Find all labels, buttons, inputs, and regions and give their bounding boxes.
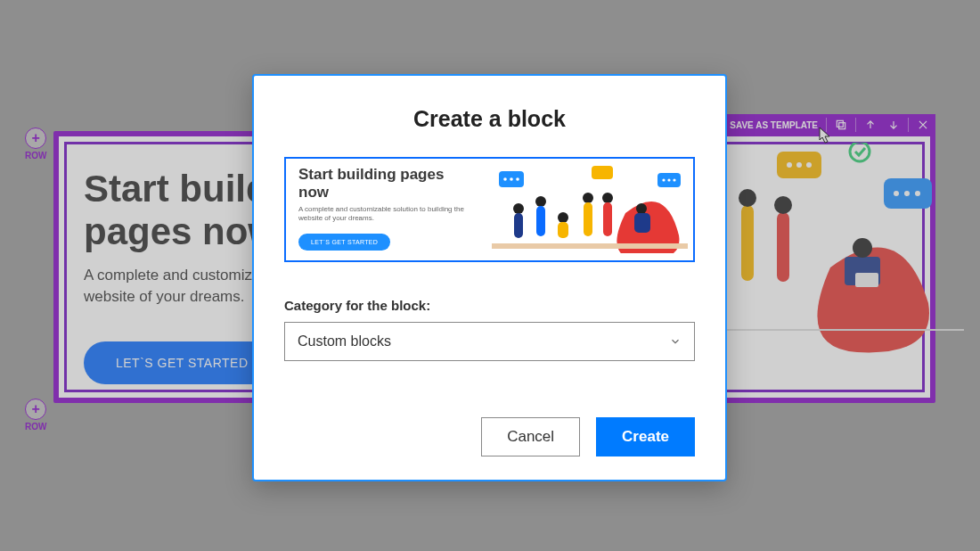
create-button[interactable]: Create	[596, 417, 695, 456]
category-value: Custom blocks	[298, 333, 391, 350]
svg-rect-20	[837, 120, 843, 127]
cancel-button[interactable]: Cancel	[481, 417, 580, 456]
create-block-modal: Create a block Start building pages now …	[252, 74, 727, 481]
modal-title: Create a block	[284, 106, 695, 132]
svg-point-32	[535, 196, 546, 207]
add-row-bottom[interactable]: + ROW	[25, 399, 46, 432]
toolbar-separator	[855, 118, 856, 132]
toolbar-separator	[826, 118, 827, 132]
svg-rect-39	[603, 202, 612, 236]
svg-point-34	[558, 212, 568, 223]
duplicate-button[interactable]	[832, 114, 850, 136]
svg-point-30	[513, 203, 524, 214]
arrow-down-icon	[887, 119, 900, 131]
svg-rect-19	[839, 123, 845, 129]
preview-cta: LET`S GET STARTED	[298, 234, 390, 251]
toolbar-separator	[908, 118, 909, 132]
svg-rect-25	[592, 166, 613, 179]
plus-icon: +	[25, 127, 46, 149]
block-preview[interactable]: Start building pages now A complete and …	[284, 157, 695, 262]
svg-point-28	[667, 178, 670, 181]
hero-sub-line2: website of your dreams.	[84, 288, 244, 305]
svg-point-38	[602, 193, 613, 203]
duplicate-icon	[835, 119, 847, 131]
preview-subtitle: A complete and customizable solution to …	[298, 205, 468, 223]
svg-rect-35	[558, 222, 568, 238]
row-label: ROW	[25, 422, 46, 432]
svg-point-36	[583, 193, 593, 203]
svg-point-29	[673, 178, 675, 181]
save-as-template-label: SAVE AS TEMPLATE	[730, 120, 818, 130]
preview-title: Start building pages now	[298, 166, 468, 201]
svg-point-22	[503, 177, 507, 181]
block-toolbar: SAVE AS TEMPLATE	[708, 114, 935, 136]
svg-point-24	[516, 177, 519, 181]
row-label: ROW	[25, 151, 46, 160]
svg-point-40	[636, 203, 647, 214]
close-icon	[917, 119, 929, 131]
add-row-top[interactable]: + ROW	[25, 127, 46, 160]
chevron-down-icon	[669, 335, 682, 348]
delete-button[interactable]	[914, 114, 932, 136]
preview-illustration	[492, 164, 688, 253]
arrow-up-icon	[864, 119, 877, 131]
svg-rect-41	[634, 213, 650, 233]
category-select[interactable]: Custom blocks	[284, 322, 695, 361]
save-as-template-button[interactable]: SAVE AS TEMPLATE	[712, 114, 821, 136]
modal-actions: Cancel Create	[284, 417, 695, 456]
plus-icon: +	[25, 399, 46, 420]
move-up-button[interactable]	[862, 114, 879, 136]
hero-title-line2: pages now	[84, 210, 277, 252]
category-label: Category for the block:	[284, 298, 695, 313]
svg-rect-31	[514, 213, 523, 238]
svg-rect-37	[584, 202, 592, 236]
move-down-button[interactable]	[885, 114, 902, 136]
hero-cta-button[interactable]: LET`S GET STARTED	[84, 341, 281, 384]
svg-point-27	[662, 178, 665, 181]
svg-rect-33	[536, 206, 545, 236]
svg-point-23	[510, 177, 513, 181]
